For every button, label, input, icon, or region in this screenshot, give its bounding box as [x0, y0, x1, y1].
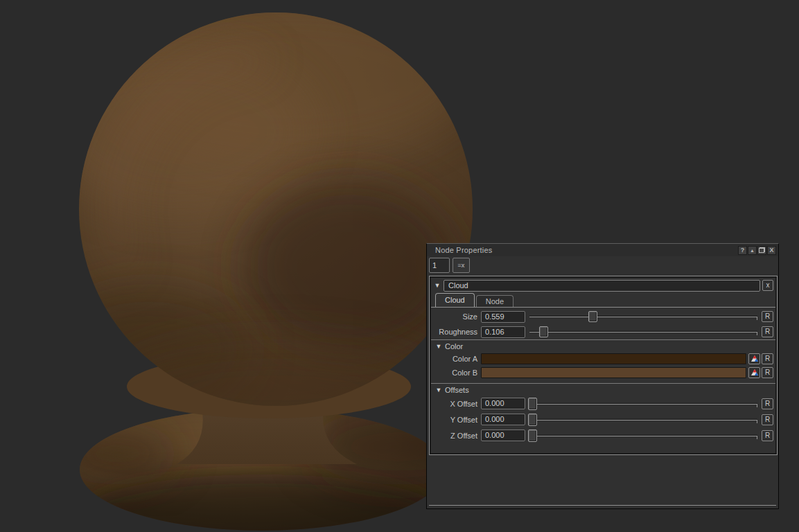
tab-node[interactable]: Node: [476, 295, 513, 307]
z-offset-slider-handle[interactable]: [528, 429, 537, 442]
window-titlebar[interactable]: Node Properties ? ▲ X: [427, 244, 778, 256]
node-header: ▼ Cloud x: [431, 278, 775, 293]
window-bottom-bevel: [429, 505, 776, 506]
z-offset-row: Z Offset 0.000 R: [431, 427, 775, 443]
roughness-label: Roughness: [431, 328, 481, 336]
color-picker-icon: [751, 369, 758, 376]
roughness-reset-button[interactable]: R: [762, 326, 773, 337]
x-offset-row: X Offset 0.000 R: [431, 396, 775, 411]
color-group-label: Color: [445, 342, 463, 351]
rollup-icon[interactable]: ▲: [748, 246, 757, 255]
z-offset-label: Z Offset: [431, 432, 481, 440]
roughness-input[interactable]: 0.106: [481, 326, 525, 338]
roughness-slider-handle[interactable]: [539, 326, 548, 337]
x-offset-reset-button[interactable]: R: [762, 398, 773, 409]
y-offset-input[interactable]: 0.000: [481, 414, 525, 425]
z-offset-slider[interactable]: [528, 429, 759, 442]
size-slider[interactable]: [528, 310, 759, 323]
z-offset-input[interactable]: 0.000: [481, 429, 525, 441]
color-a-row: Color A R: [431, 352, 775, 366]
roughness-row: Roughness 0.106 R: [431, 324, 775, 339]
window-title: Node Properties: [435, 246, 493, 254]
node-tabs: Cloud Node: [431, 293, 775, 308]
edit-button[interactable]: ≡x: [453, 258, 470, 273]
offsets-group-label: Offsets: [445, 386, 469, 394]
x-offset-input[interactable]: 0.000: [481, 398, 525, 409]
node-properties-window: Node Properties ? ▲ X 1 ≡x ▼ Cloud x Clo…: [426, 243, 779, 509]
size-slider-handle[interactable]: [588, 311, 597, 322]
index-input[interactable]: 1: [429, 258, 450, 273]
color-a-picker-button[interactable]: [748, 353, 760, 364]
color-a-reset-button[interactable]: R: [762, 353, 773, 364]
color-b-row: Color B R: [431, 366, 775, 380]
y-offset-slider-handle[interactable]: [528, 414, 537, 426]
color-b-picker-button[interactable]: [748, 367, 760, 378]
color-b-label: Color B: [431, 369, 481, 377]
preview-sphere: [45, 0, 475, 436]
node-remove-button[interactable]: x: [762, 280, 773, 291]
color-a-label: Color A: [431, 355, 481, 363]
color-collapse-icon[interactable]: ▼: [435, 343, 442, 350]
color-a-swatch[interactable]: [481, 353, 746, 364]
offsets-group-header[interactable]: ▼ Offsets: [431, 383, 775, 396]
panel-toolbar: 1 ≡x: [427, 256, 778, 276]
window-controls: ? ▲ X: [738, 246, 776, 255]
restore-icon[interactable]: [757, 246, 766, 255]
node-name-field[interactable]: Cloud: [444, 280, 760, 292]
x-offset-slider-handle[interactable]: [528, 398, 537, 410]
list-edit-icon: ≡x: [457, 262, 464, 269]
size-input[interactable]: 0.559: [481, 311, 525, 323]
color-picker-icon: [751, 355, 758, 362]
x-offset-label: X Offset: [431, 400, 481, 408]
color-b-swatch[interactable]: [481, 367, 746, 378]
help-icon[interactable]: ?: [738, 246, 747, 255]
close-icon[interactable]: X: [767, 246, 776, 255]
y-offset-reset-button[interactable]: R: [762, 414, 773, 425]
node-collapse-icon[interactable]: ▼: [433, 282, 441, 289]
y-offset-label: Y Offset: [431, 416, 481, 424]
y-offset-row: Y Offset 0.000 R: [431, 411, 775, 427]
offsets-collapse-icon[interactable]: ▼: [435, 387, 442, 393]
roughness-slider[interactable]: [528, 326, 759, 338]
x-offset-slider[interactable]: [528, 398, 759, 410]
color-b-reset-button[interactable]: R: [762, 367, 773, 378]
tab-cloud[interactable]: Cloud: [435, 293, 475, 307]
y-offset-slider[interactable]: [528, 414, 759, 426]
size-reset-button[interactable]: R: [762, 311, 773, 322]
z-offset-reset-button[interactable]: R: [762, 430, 773, 441]
color-group-header[interactable]: ▼ Color: [431, 339, 775, 352]
size-row: Size 0.559 R: [431, 309, 775, 324]
size-label: Size: [431, 312, 481, 321]
node-panel: ▼ Cloud x Cloud Node Size 0.559 R Rou: [429, 276, 778, 455]
